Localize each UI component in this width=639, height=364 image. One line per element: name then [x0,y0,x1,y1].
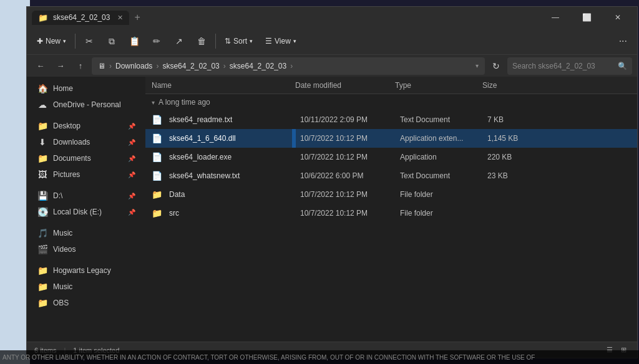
pin-icon-3: 📌 [128,155,135,162]
new-label: New [46,37,61,46]
sidebar: 🏠 Home ☁ OneDrive - Personal 📁 Desktop 📌… [27,77,145,342]
search-box[interactable]: 🔍 [507,57,632,75]
path-icon: 🖥 [98,62,105,70]
sidebar-item-local-disk-e[interactable]: 💽 Local Disk (E:) 📌 [29,204,143,220]
col-header-size[interactable]: Size [482,81,532,90]
file-size-whatsnew: 23 KB [487,171,537,180]
sidebar-label-downloads: Downloads [53,138,123,146]
file-row-loader[interactable]: 📄 skse64_loader.exe 10/7/2022 10:12 PM A… [145,148,637,166]
file-row-whatsnew[interactable]: 📄 skse64_whatsnew.txt 10/6/2022 6:00 PM … [145,166,637,185]
view-chevron-icon: ▾ [293,38,296,44]
sidebar-item-home[interactable]: 🏠 Home [29,80,143,97]
address-path[interactable]: 🖥 › Downloads › skse64_2_02_03 › skse64_… [92,57,485,75]
file-size-dll: 1,145 KB [487,134,537,143]
pin-icon-5: 📌 [128,193,135,199]
sidebar-label-hogwarts: Hogwarts Legacy [53,266,135,275]
background-article [0,0,30,364]
view-button[interactable]: ☰ View ▾ [260,34,301,48]
file-area: Name Date modified Type Size ▾ A long ti… [145,77,637,342]
file-name-loader: skse64_loader.exe [169,153,300,161]
file-name-data: Data [169,190,300,199]
music-lib-icon: 🎵 [37,228,48,238]
sidebar-item-obs[interactable]: 📁 OBS [29,295,143,311]
sidebar-item-desktop[interactable]: 📁 Desktop 📌 [29,118,143,134]
path-downloads[interactable]: Downloads [115,62,152,70]
sidebar-item-music-folder[interactable]: 📁 Music [29,279,143,295]
sidebar-label-home: Home [53,84,135,93]
videos-icon: 🎬 [37,244,48,254]
pin-icon-4: 📌 [128,171,135,178]
sidebar-label-documents: Documents [53,154,123,163]
search-icon[interactable]: 🔍 [618,62,627,70]
cut-button[interactable]: ✂ [79,31,99,51]
file-date-data: 10/7/2022 10:12 PM [300,190,400,199]
sidebar-label-local-disk-e: Local Disk (E:) [53,208,123,216]
local-disk-e-icon: 💽 [37,207,48,217]
file-row-data[interactable]: 📁 Data 10/7/2022 10:12 PM File folder [145,185,637,204]
sidebar-item-downloads[interactable]: ⬇ Downloads 📌 [29,134,143,150]
copy-button[interactable]: ⧉ [102,31,122,51]
home-icon: 🏠 [37,84,48,93]
file-date-whatsnew: 10/6/2022 6:00 PM [300,171,400,180]
refresh-button[interactable]: ↻ [487,57,505,75]
tab-close-button[interactable]: ✕ [117,14,123,22]
more-button[interactable]: ··· [614,33,632,49]
tab-title: skse64_2_02_03 [53,13,110,22]
path-skse-1[interactable]: skse64_2_02_03 [162,62,219,70]
desktop-icon: 📁 [37,121,48,131]
sidebar-item-videos[interactable]: 🎬 Videos [29,241,143,257]
file-date-readme: 10/11/2022 2:09 PM [300,115,400,124]
sort-icon: ⇅ [225,37,231,46]
tab-folder-icon: 📁 [38,13,48,22]
forward-button[interactable]: → [52,57,69,75]
pictures-icon: 🖼 [37,170,48,180]
add-tab-button[interactable]: + [134,12,140,23]
share-button[interactable]: ↗ [169,31,189,51]
col-header-date[interactable]: Date modified [295,81,395,90]
title-tab[interactable]: 📁 skse64_2_02_03 ✕ [32,11,129,25]
col-header-type[interactable]: Type [395,81,482,90]
file-row-dll[interactable]: 📄 skse64_1_6_640.dll 10/7/2022 10:12 PM … [145,129,637,148]
maximize-button[interactable]: ⬜ [572,7,601,28]
sidebar-label-obs: OBS [53,299,135,307]
col-header-name[interactable]: Name [152,81,295,90]
pin-icon-6: 📌 [128,209,135,216]
file-size-loader: 220 KB [487,153,537,161]
data-folder-icon: 📁 [152,189,164,199]
file-row-src[interactable]: 📁 src 10/7/2022 10:12 PM File folder [145,204,637,223]
onedrive-icon: ☁ [37,100,48,110]
new-icon: ✚ [37,37,43,46]
file-type-whatsnew: Text Document [400,171,487,180]
rename-button[interactable]: ✏ [147,31,167,51]
downloads-icon: ⬇ [37,137,48,147]
sidebar-item-hogwarts[interactable]: 📁 Hogwarts Legacy [29,262,143,279]
sidebar-item-music-lib[interactable]: 🎵 Music [29,225,143,241]
path-dropdown-icon[interactable]: ▾ [476,62,479,69]
txt-icon: 📄 [152,115,164,125]
back-button[interactable]: ← [32,57,49,75]
search-input[interactable] [512,62,614,70]
column-headers: Name Date modified Type Size [145,77,637,94]
new-chevron-icon: ▾ [63,38,66,44]
group-label: A long time ago [159,98,210,107]
close-button[interactable]: ✕ [603,7,632,28]
delete-button[interactable]: 🗑 [192,31,212,51]
sidebar-item-documents[interactable]: 📁 Documents 📌 [29,150,143,166]
view-icon: ☰ [265,37,272,46]
file-size-readme: 7 KB [487,115,537,124]
sort-label: Sort [233,37,247,46]
group-chevron-icon[interactable]: ▾ [152,99,155,106]
new-button[interactable]: ✚ New ▾ [32,34,71,48]
up-button[interactable]: ↑ [72,57,89,75]
sort-button[interactable]: ⇅ Sort ▾ [220,34,258,48]
sidebar-item-d-drive[interactable]: 💾 D:\ 📌 [29,188,143,204]
toolbar-separator-1 [75,34,76,49]
minimize-button[interactable]: — [541,7,570,28]
paste-button[interactable]: 📋 [124,31,144,51]
sidebar-item-pictures[interactable]: 🖼 Pictures 📌 [29,166,143,183]
path-skse-2[interactable]: skse64_2_02_03 [230,62,286,70]
sidebar-item-onedrive[interactable]: ☁ OneDrive - Personal [29,97,143,113]
file-type-data: File folder [400,190,487,199]
file-name-readme: skse64_readme.txt [169,115,300,124]
file-row-readme[interactable]: 📄 skse64_readme.txt 10/11/2022 2:09 PM T… [145,110,637,129]
